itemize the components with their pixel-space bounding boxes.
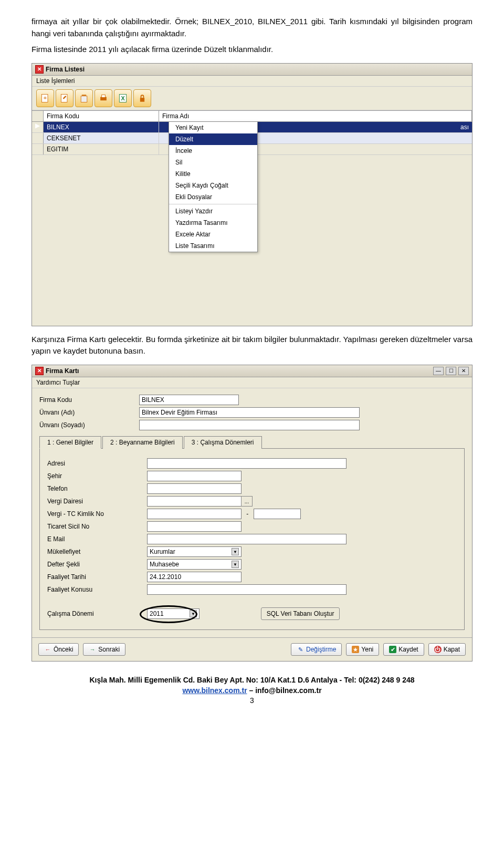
mid-paragraph: Karşınıza Firma Kartı gelecektir. Bu for… xyxy=(32,334,472,357)
lbl-firma-kodu: Firma Kodu xyxy=(39,396,139,404)
sonraki-button[interactable]: →Sonraki xyxy=(83,643,125,656)
lbl-adresi: Adresi xyxy=(47,460,147,467)
footer-email: info@bilnex.com.tr xyxy=(255,686,321,695)
maximize-button[interactable]: ☐ xyxy=(446,367,456,375)
ctx-sil[interactable]: Sil xyxy=(169,157,257,168)
firma-listesi-window: ✕ Firma Listesi Liste İşlemleri + X Firm… xyxy=(32,63,472,326)
arrow-right-icon: → xyxy=(89,646,96,653)
lbl-unvan-soyadi: Ünvanı (Soyadı) xyxy=(39,421,139,429)
kapat-button[interactable]: ⏻Kapat xyxy=(428,643,466,656)
toolbar-new-icon[interactable]: + xyxy=(36,89,54,107)
input-telefon[interactable] xyxy=(147,483,242,494)
ctx-kilitle[interactable]: Kilitle xyxy=(169,168,257,180)
app-icon: ✕ xyxy=(35,367,44,375)
tab-donemler[interactable]: 3 : Çalışma Dönemleri xyxy=(184,436,262,449)
svg-rect-9 xyxy=(140,98,144,102)
chevron-down-icon: ▼ xyxy=(232,561,239,568)
svg-text:+: + xyxy=(44,94,47,101)
minimize-button[interactable]: — xyxy=(433,367,444,375)
row-indicator-icon: ▶ xyxy=(32,122,44,132)
grid-col-kod[interactable]: Firma Kodu xyxy=(44,111,159,121)
input-faaliyet-tarihi[interactable] xyxy=(147,572,242,582)
grid-header-row: Firma Kodu Firma Adı xyxy=(32,110,472,122)
annotation-circle xyxy=(140,605,197,623)
menubar[interactable]: Yardımcı Tuşlar xyxy=(32,377,472,388)
cell-kod: CEKSENET xyxy=(44,133,159,143)
footer-link[interactable]: www.bilnex.com.tr xyxy=(182,686,247,695)
lbl-email: E Mail xyxy=(47,535,147,543)
toolbar-lock-icon[interactable] xyxy=(133,89,151,107)
input-sicil[interactable] xyxy=(147,521,242,532)
intro-paragraph-2: Firma listesinde 2011 yılı açılacak firm… xyxy=(32,44,472,56)
toolbar: + X xyxy=(32,87,472,110)
ctx-duzelt[interactable]: Düzelt xyxy=(169,133,257,145)
input-vergi-dairesi[interactable] xyxy=(147,496,242,507)
lbl-faaliyet-tarihi: Faaliyet Tarihi xyxy=(47,573,147,581)
app-icon: ✕ xyxy=(35,65,44,74)
input-unvan-soyadi[interactable] xyxy=(139,420,360,430)
input-faaliyet-konusu[interactable] xyxy=(147,584,346,595)
ctx-yeni-kayit[interactable]: Yeni Kayıt xyxy=(169,122,257,133)
window-title: Firma Listesi xyxy=(46,66,85,73)
lbl-vergi-dairesi: Vergi Dairesi xyxy=(47,498,147,505)
grid-col-adi[interactable]: Firma Adı xyxy=(159,111,472,121)
lbl-sicil: Ticaret Sicil No xyxy=(47,523,147,530)
arrow-left-icon: ← xyxy=(44,646,51,653)
yeni-button[interactable]: ★Yeni xyxy=(346,643,379,656)
new-icon: ★ xyxy=(352,646,359,653)
ctx-yazdir[interactable]: Listeyi Yazdır xyxy=(169,205,257,217)
input-unvan-adi[interactable] xyxy=(139,407,360,418)
toolbar-edit-icon[interactable] xyxy=(56,89,74,107)
lbl-faaliyet-konusu: Faaliyet Konusu xyxy=(47,586,147,593)
cell-kod: BILNEX xyxy=(44,122,159,132)
ctx-incele[interactable]: İncele xyxy=(169,145,257,157)
tab-beyanname[interactable]: 2 : Beyanname Bilgileri xyxy=(102,436,183,449)
menubar[interactable]: Liste İşlemleri xyxy=(32,76,472,87)
ctx-liste-tasarim[interactable]: Liste Tasarımı xyxy=(169,240,257,252)
onceki-button[interactable]: ←Önceki xyxy=(38,643,79,656)
input-firma-kodu[interactable] xyxy=(139,395,239,405)
ctx-cogalt[interactable]: Seçili Kaydı Çoğalt xyxy=(169,180,257,191)
footer-sep: – xyxy=(247,686,256,695)
combo-mukellefiyet[interactable]: Kurumlar▼ xyxy=(147,546,242,557)
page-number: 3 xyxy=(32,696,472,706)
tab-genel-bilgiler[interactable]: 1 : Genel Bilgiler xyxy=(39,436,101,449)
window-title: Firma Kartı xyxy=(46,367,79,375)
input-email[interactable] xyxy=(147,534,346,544)
combo-defter[interactable]: Muhasebe▼ xyxy=(147,559,242,570)
lbl-unvan-adi: Ünvanı (Adı) xyxy=(39,409,139,416)
lbl-defter: Defter Şekli xyxy=(47,561,147,568)
input-adresi[interactable] xyxy=(147,458,346,469)
ctx-tasarim[interactable]: Yazdırma Tasarımı xyxy=(169,217,257,229)
titlebar: ✕ Firma Kartı — ☐ ✕ xyxy=(32,365,472,377)
svg-rect-6 xyxy=(102,95,106,97)
titlebar: ✕ Firma Listesi xyxy=(32,64,472,76)
lbl-sehir: Şehir xyxy=(47,472,147,480)
close-icon: ⏻ xyxy=(434,646,442,653)
footer-address: Kışla Mah. Milli Egemenlik Cd. Baki Bey … xyxy=(32,675,472,686)
lbl-vergi-tc: Vergi - TC Kimlik No xyxy=(47,510,147,518)
degistirme-button[interactable]: ✎Değiştirme xyxy=(291,643,342,656)
cell-kod: EGITIM xyxy=(44,144,159,154)
svg-text:X: X xyxy=(121,95,125,101)
toolbar-export-icon[interactable]: X xyxy=(114,89,132,107)
context-menu: Yeni Kayıt Düzelt İncele Sil Kilitle Seç… xyxy=(169,121,258,252)
lbl-calisma-donemi: Çalışma Dönemi xyxy=(47,610,147,617)
bottom-toolbar: ←Önceki →Sonraki ✎Değiştirme ★Yeni ✔Kayd… xyxy=(32,637,472,661)
sql-create-button[interactable]: SQL Veri Tabanı Oluştur xyxy=(261,607,340,620)
ctx-excel[interactable]: Excele Aktar xyxy=(169,229,257,240)
tab-content-genel: Adresi Şehir Telefon Vergi Dairesi ... V… xyxy=(39,449,465,631)
lbl-telefon: Telefon xyxy=(47,485,147,492)
lookup-button[interactable]: ... xyxy=(241,496,253,507)
kaydet-button[interactable]: ✔Kaydet xyxy=(383,643,424,656)
toolbar-delete-icon[interactable] xyxy=(75,89,93,107)
ctx-separator xyxy=(169,204,257,204)
vkn-separator: - xyxy=(246,510,248,518)
input-sehir[interactable] xyxy=(147,471,242,481)
toolbar-print-icon[interactable] xyxy=(94,89,112,107)
input-vergi-no[interactable] xyxy=(147,509,242,519)
close-button[interactable]: ✕ xyxy=(458,367,469,375)
input-tc-no[interactable] xyxy=(254,509,301,519)
lbl-mukellefiyet: Mükellefiyet xyxy=(47,548,147,555)
ctx-ekli[interactable]: Ekli Dosyalar xyxy=(169,191,257,203)
